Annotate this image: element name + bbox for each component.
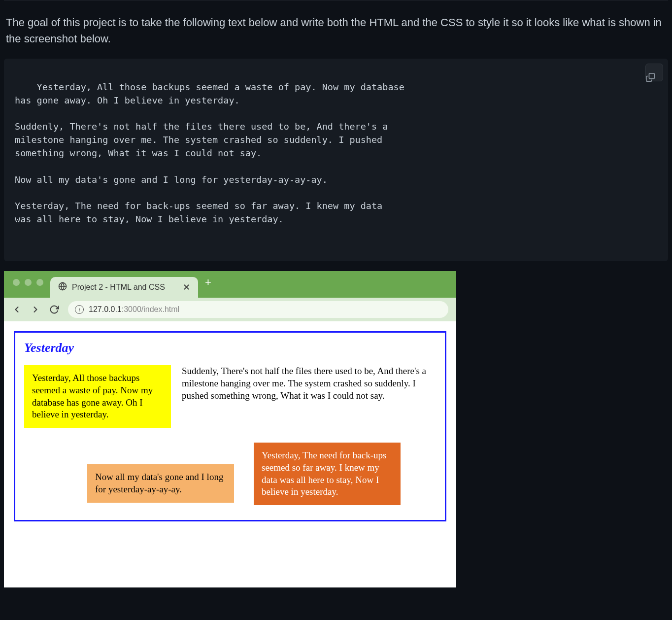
rendered-page: Yesterday Yesterday, All those backups s… xyxy=(4,321,456,587)
browser-tab[interactable]: Project 2 - HTML and CSS ✕ xyxy=(50,277,198,298)
globe-icon xyxy=(58,282,67,293)
traffic-light-close[interactable] xyxy=(13,279,20,286)
row-1: Yesterday, All those backups seemed a wa… xyxy=(24,365,436,428)
section-divider xyxy=(4,0,668,0)
browser-toolbar: i 127.0.0.1:3000/index.html xyxy=(4,298,456,321)
row-2: Now all my data's gone and I long for ye… xyxy=(87,443,436,505)
dark-orange-paragraph: Yesterday, The need for back-ups seemed … xyxy=(254,443,401,505)
tab-title: Project 2 - HTML and CSS xyxy=(72,283,165,292)
tab-close-icon[interactable]: ✕ xyxy=(183,282,190,293)
code-content: Yesterday, All those backups seemed a wa… xyxy=(15,82,404,224)
url-text: 127.0.0.1:3000/index.html xyxy=(89,305,179,314)
url-path: :3000/index.html xyxy=(122,305,179,313)
light-orange-paragraph: Now all my data's gone and I long for ye… xyxy=(87,464,234,502)
traffic-light-maximize[interactable] xyxy=(36,279,43,286)
new-tab-icon[interactable]: + xyxy=(205,276,211,289)
traffic-lights xyxy=(13,279,43,286)
back-icon[interactable] xyxy=(12,305,22,314)
browser-screenshot: Project 2 - HTML and CSS ✕ + i 127.0.0.1… xyxy=(4,271,456,587)
intro-paragraph: The goal of this project is to take the … xyxy=(4,14,668,47)
traffic-light-minimize[interactable] xyxy=(25,279,32,286)
code-block: Yesterday, All those backups seemed a wa… xyxy=(4,59,668,261)
plain-paragraph: Suddenly, There's not half the files the… xyxy=(182,365,436,402)
url-bar[interactable]: i 127.0.0.1:3000/index.html xyxy=(68,301,448,318)
blue-border-container: Yesterday Yesterday, All those backups s… xyxy=(14,331,446,521)
page-heading: Yesterday xyxy=(24,341,436,355)
forward-icon[interactable] xyxy=(31,305,40,314)
copy-button[interactable] xyxy=(645,64,663,81)
browser-titlebar: Project 2 - HTML and CSS ✕ + xyxy=(4,271,456,298)
yellow-paragraph: Yesterday, All those backups seemed a wa… xyxy=(24,365,171,428)
url-host: 127.0.0.1 xyxy=(89,305,122,313)
info-icon[interactable]: i xyxy=(75,305,84,314)
reload-icon[interactable] xyxy=(49,305,59,314)
copy-icon xyxy=(646,46,663,99)
